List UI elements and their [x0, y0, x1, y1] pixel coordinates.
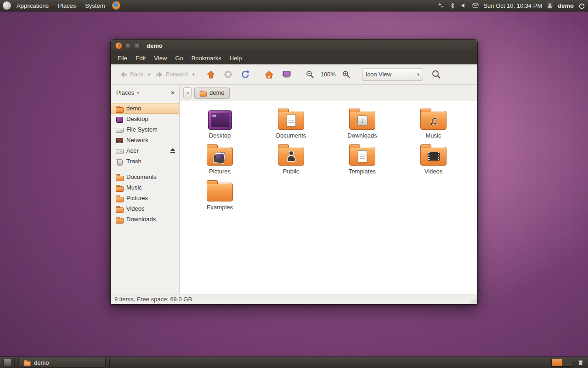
sidebar-item-acer[interactable]: Acer — [111, 145, 179, 156]
location-bar: demo — [180, 85, 477, 101]
computer-button[interactable] — [279, 68, 294, 81]
menu-places[interactable]: Places — [54, 0, 79, 11]
desktop-folder-icon — [208, 110, 232, 130]
home-button[interactable] — [261, 68, 277, 81]
desktop-icon — [116, 115, 123, 123]
forward-arrow-icon — [155, 70, 164, 79]
menu-system[interactable]: System — [81, 0, 108, 11]
eject-icon[interactable] — [170, 148, 175, 153]
folder-icon — [116, 184, 123, 191]
menu-go[interactable]: Go — [171, 52, 187, 64]
sidebar-item-downloads[interactable]: Downloads — [111, 214, 179, 224]
distributor-logo-icon[interactable] — [3, 1, 11, 10]
zoom-out-button[interactable] — [303, 68, 317, 81]
folder-icon — [116, 205, 123, 213]
file-view-pane: demo Desktop Documents Downloads — [180, 85, 477, 294]
sidebar-item-pictures[interactable]: Pictures — [111, 193, 179, 203]
menu-help[interactable]: Help — [226, 52, 246, 64]
window-minimize-button[interactable]: – — [124, 42, 131, 49]
sidebar-item-desktop[interactable]: Desktop — [111, 114, 179, 124]
window-close-button[interactable]: ✕ — [115, 42, 122, 49]
menu-bookmarks[interactable]: Bookmarks — [187, 52, 226, 64]
sidebar-item-videos[interactable]: Videos — [111, 203, 179, 214]
drive-icon — [116, 147, 123, 155]
trash-applet-icon[interactable] — [577, 359, 584, 366]
sidebar-pane-caret-icon[interactable] — [137, 90, 139, 95]
sidebar-item-documents[interactable]: Documents — [111, 172, 179, 182]
breadcrumb-scroll-left-button[interactable] — [183, 87, 192, 98]
file-item-pictures[interactable]: Pictures — [186, 144, 254, 179]
menu-view[interactable]: View — [150, 52, 171, 64]
folder-icon — [116, 173, 123, 181]
volume-icon[interactable] — [460, 2, 468, 9]
icon-view[interactable]: Desktop Documents Downloads Music Pictur… — [180, 101, 477, 294]
view-mode-select[interactable]: Icon View — [362, 69, 423, 80]
resize-grip[interactable] — [470, 297, 477, 304]
up-arrow-icon — [206, 69, 216, 80]
file-item-desktop[interactable]: Desktop — [186, 108, 254, 144]
back-button[interactable]: Back — [116, 68, 146, 81]
firefox-launcher-icon[interactable] — [112, 1, 120, 10]
zoom-out-icon — [305, 70, 315, 79]
show-desktop-button[interactable] — [3, 359, 11, 366]
stop-icon — [223, 69, 233, 79]
sidebar-item-demo[interactable]: demo — [111, 103, 179, 114]
file-item-examples[interactable]: Examples — [186, 179, 254, 215]
public-emblem-icon — [286, 151, 297, 162]
sidebar-item-file-system[interactable]: File System — [111, 124, 179, 135]
user-menu-label[interactable]: demo — [558, 2, 574, 9]
file-manager-window: ✕ – ▫ demo File Edit View Go Bookmarks H… — [110, 39, 478, 305]
zoom-in-icon — [342, 70, 351, 79]
file-item-music[interactable]: Music — [399, 108, 468, 144]
top-panel: Applications Places System Sun Oct 10, 1… — [0, 0, 588, 12]
sidebar-item-network[interactable]: Network — [111, 135, 179, 145]
clock-label[interactable]: Sun Oct 10, 10:34 PM — [483, 2, 542, 9]
stop-button[interactable] — [220, 68, 236, 81]
back-arrow-icon — [119, 70, 128, 79]
file-item-templates[interactable]: Templates — [328, 144, 397, 179]
sidebar-item-trash[interactable]: Trash — [111, 156, 179, 167]
file-item-downloads[interactable]: Downloads — [328, 108, 397, 144]
folder-icon — [278, 111, 304, 130]
sidebar-pane-select[interactable]: Places — [116, 89, 134, 96]
forward-button[interactable]: Forward — [152, 68, 191, 81]
user-menu-icon[interactable] — [546, 2, 554, 9]
taskbar-item-demo[interactable]: demo — [18, 358, 106, 368]
sidebar-close-icon[interactable] — [170, 90, 175, 96]
bluetooth-icon[interactable] — [449, 2, 456, 9]
file-item-videos[interactable]: Videos — [399, 144, 468, 179]
zoom-in-button[interactable] — [339, 68, 354, 81]
refresh-button[interactable] — [237, 68, 253, 81]
folder-icon — [116, 195, 123, 202]
window-maximize-button[interactable]: ▫ — [134, 42, 141, 49]
statusbar: 9 items, Free space: 69.0 GB — [111, 294, 477, 304]
file-item-documents[interactable]: Documents — [257, 108, 326, 144]
menu-file[interactable]: File — [113, 52, 131, 64]
back-history-caret[interactable] — [148, 72, 150, 77]
menu-applications[interactable]: Applications — [13, 0, 52, 11]
network-icon — [116, 137, 123, 144]
file-item-public[interactable]: Public — [257, 144, 326, 179]
search-button[interactable] — [429, 68, 444, 81]
folder-icon — [278, 147, 304, 166]
trash-icon — [116, 158, 123, 165]
folder-icon — [24, 359, 30, 366]
forward-history-caret[interactable] — [192, 72, 195, 77]
menu-edit[interactable]: Edit — [131, 52, 150, 64]
window-titlebar[interactable]: ✕ – ▫ demo — [111, 40, 477, 52]
window-title: demo — [147, 42, 163, 49]
network-traffic-icon[interactable] — [437, 2, 445, 9]
drive-icon — [116, 126, 123, 133]
up-button[interactable] — [203, 68, 219, 81]
power-icon[interactable] — [578, 2, 585, 9]
search-icon — [431, 69, 441, 80]
sidebar-item-music[interactable]: Music — [111, 182, 179, 193]
zoom-level-label[interactable]: 100% — [319, 71, 337, 78]
workspace-switcher[interactable] — [551, 359, 572, 367]
mail-indicator-icon[interactable] — [472, 2, 479, 9]
breadcrumb-demo[interactable]: demo — [194, 87, 230, 99]
workspace-2[interactable] — [562, 359, 572, 366]
workspace-1[interactable] — [552, 359, 562, 366]
folder-icon — [420, 147, 447, 166]
folder-icon — [207, 147, 233, 166]
